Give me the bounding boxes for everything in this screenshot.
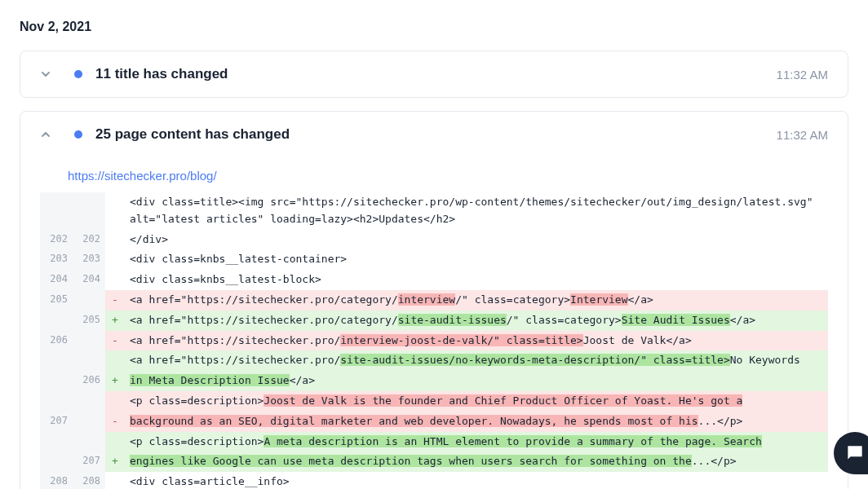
diff-sign: [105, 350, 125, 371]
diff-row: 202202</div>: [40, 230, 828, 250]
line-number-new: 202: [73, 230, 105, 250]
line-number-new: 204: [73, 270, 105, 290]
event-time: 11:32 AM: [777, 128, 828, 142]
diff-sign: -: [105, 290, 125, 311]
diff-code: <a href="https://sitechecker.pro/site-au…: [125, 350, 828, 371]
line-number-old: 208: [40, 472, 73, 489]
chevron-up-icon: [40, 129, 51, 140]
line-number-old: 202: [40, 230, 73, 250]
line-number-new: [73, 331, 105, 351]
diff-row: 204204<div class=knbs__latest-block>: [40, 270, 828, 290]
event-time: 11:32 AM: [777, 68, 828, 82]
diff-row: <div class=title><img src="https://sitec…: [40, 192, 828, 230]
diff-row: 208208<div class=article__info>: [40, 472, 828, 489]
diff-code: <div class=title><img src="https://sitec…: [125, 192, 828, 230]
line-number-old: [40, 432, 73, 452]
diff-row: 205-<a href="https://sitechecker.pro/cat…: [40, 290, 828, 311]
diff-row: <a href="https://sitechecker.pro/site-au…: [40, 350, 828, 371]
chevron-down-icon: [40, 68, 51, 80]
diff-code: </div>: [125, 230, 828, 250]
line-number-new: [73, 391, 105, 412]
event-header[interactable]: 25 page content has changed 11:32 AM: [20, 112, 848, 157]
diff-code: <p class=description>A meta description …: [125, 432, 828, 452]
diff-sign: [105, 472, 125, 489]
diff-sign: [105, 192, 125, 230]
event-card-expanded: 25 page content has changed 11:32 AM htt…: [20, 111, 848, 489]
diff-row: <p class=description>Joost de Valk is th…: [40, 391, 828, 412]
page-url-link[interactable]: https://sitechecker.pro/blog/: [68, 169, 217, 183]
event-title: 25 page content has changed: [95, 126, 777, 143]
diff-table: <div class=title><img src="https://sitec…: [40, 192, 828, 489]
diff-row: 206-<a href="https://sitechecker.pro/int…: [40, 331, 828, 351]
line-number-new: 205: [73, 311, 105, 331]
line-number-new: 203: [73, 249, 105, 270]
diff-sign: [105, 270, 125, 290]
line-number-new: [73, 350, 105, 371]
diff-row: 207+engines like Google can use meta des…: [40, 452, 828, 472]
diff-sign: +: [105, 452, 125, 472]
line-number-old: 203: [40, 249, 73, 270]
event-title: 11 title has changed: [95, 66, 777, 82]
diff-code: engines like Google can use meta descrip…: [125, 452, 828, 472]
line-number-old: [40, 350, 73, 371]
diff-sign: -: [105, 331, 125, 351]
line-number-old: 206: [40, 331, 73, 351]
diff-sign: [105, 230, 125, 250]
diff-sign: +: [105, 371, 125, 391]
line-number-new: [73, 192, 105, 230]
event-body: https://sitechecker.pro/blog/ <div class…: [20, 157, 848, 489]
status-dot: [74, 70, 82, 78]
line-number-old: 207: [40, 412, 73, 432]
line-number-new: [73, 412, 105, 432]
diff-sign: +: [105, 311, 125, 331]
diff-code: <div class=knbs__latest-container>: [125, 249, 828, 270]
line-number-new: 208: [73, 472, 105, 489]
diff-code: <a href="https://sitechecker.pro/categor…: [125, 290, 828, 311]
diff-sign: [105, 391, 125, 412]
diff-row: 207-background as an SEO, digital market…: [40, 412, 828, 432]
diff-row: 203203<div class=knbs__latest-container>: [40, 249, 828, 270]
line-number-new: 207: [73, 452, 105, 472]
line-number-old: [40, 452, 73, 472]
event-card-collapsed: 11 title has changed 11:32 AM: [20, 51, 848, 98]
date-header: Nov 2, 2021: [20, 20, 848, 34]
line-number-new: [73, 432, 105, 452]
line-number-new: 206: [73, 371, 105, 391]
diff-code: background as an SEO, digital marketer a…: [125, 412, 828, 432]
diff-sign: -: [105, 412, 125, 432]
diff-row: <p class=description>A meta description …: [40, 432, 828, 452]
line-number-old: 205: [40, 290, 73, 311]
diff-code: <a href="https://sitechecker.pro/categor…: [125, 311, 828, 331]
diff-row: 205+<a href="https://sitechecker.pro/cat…: [40, 311, 828, 331]
diff-code: <p class=description>Joost de Valk is th…: [125, 391, 828, 412]
diff-row: 206+in Meta Description Issue</a>: [40, 371, 828, 391]
event-header[interactable]: 11 title has changed 11:32 AM: [20, 51, 848, 97]
line-number-new: [73, 290, 105, 311]
diff-code: in Meta Description Issue</a>: [125, 371, 828, 391]
line-number-old: [40, 371, 73, 391]
line-number-old: [40, 391, 73, 412]
diff-sign: [105, 432, 125, 452]
line-number-old: 204: [40, 270, 73, 290]
diff-code: <div class=knbs__latest-block>: [125, 270, 828, 290]
diff-code: <div class=article__info>: [125, 472, 828, 489]
status-dot: [74, 130, 82, 139]
line-number-old: [40, 192, 73, 230]
line-number-old: [40, 311, 73, 331]
diff-sign: [105, 249, 125, 270]
diff-code: <a href="https://sitechecker.pro/intervi…: [125, 331, 828, 351]
